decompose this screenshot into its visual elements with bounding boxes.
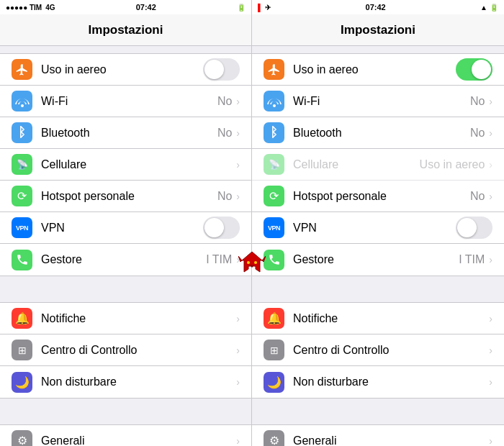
label-bluetooth-right: Bluetooth — [293, 127, 470, 140]
value-bluetooth-right: No — [470, 127, 485, 140]
chevron-general-left: › — [236, 435, 240, 447]
section-general-right: ⚙ Generali › AA Schermo e luminosità › 🖼… — [252, 424, 504, 446]
label-airplane-right: Uso in aereo — [293, 63, 456, 76]
label-control-right: Centro di Controllo — [293, 344, 487, 357]
row-gestore-right[interactable]: Gestore I TIM › — [252, 244, 504, 276]
row-vpn-left[interactable]: VPN VPN — [0, 212, 251, 244]
status-bar-left: ●●●●● TIM 4G 07:42 🔋 — [0, 0, 251, 14]
battery-icon-right: 🔋 — [490, 4, 498, 12]
chevron-notify-right: › — [489, 313, 492, 324]
settings-scroll-left[interactable]: Uso in aereo Wi-Fi No › ᛒ Bluetooth No › — [0, 46, 251, 446]
chevron-gestore-right: › — [489, 254, 492, 265]
hotspot-icon-left: ⟳ — [12, 186, 32, 206]
general-icon-left: ⚙ — [12, 430, 32, 446]
sep1-right — [252, 276, 504, 302]
row-cellular-left[interactable]: 📡 Cellulare › — [0, 149, 251, 181]
row-hotspot-left[interactable]: ⟳ Hotspot personale No › — [0, 181, 251, 212]
row-notify-left[interactable]: 🔔 Notifiche › — [0, 303, 251, 334]
label-notify-left: Notifiche — [41, 312, 235, 325]
sep2-right — [252, 399, 504, 424]
row-general-left[interactable]: ⚙ Generali › — [0, 425, 251, 446]
right-panel: ▌ ✈ 07:42 ▲ 🔋 Impostazioni Uso in aereo — [252, 0, 504, 446]
control-icon-right: ⊞ — [264, 340, 284, 360]
label-hotspot-left: Hotspot personale — [41, 190, 217, 203]
toggle-airplane-left[interactable] — [203, 58, 240, 81]
label-airplane-left: Uso in aereo — [41, 63, 203, 76]
notify-icon-left: 🔔 — [12, 308, 32, 329]
row-dnd-right[interactable]: 🌙 Non disturbare › — [252, 366, 504, 398]
label-cellular-right: Cellulare — [293, 158, 420, 171]
row-dnd-left[interactable]: 🌙 Non disturbare › — [0, 366, 251, 398]
cellular-icon-right: 📡 — [264, 154, 284, 175]
carrier-left: ●●●●● TIM — [6, 4, 42, 12]
control-icon-left: ⊞ — [12, 340, 32, 360]
cellular-icon-left: 📡 — [12, 154, 32, 175]
row-hotspot-right[interactable]: ⟳ Hotspot personale No › — [252, 181, 504, 212]
toggle-vpn-right[interactable] — [456, 217, 492, 239]
row-cellular-right[interactable]: 📡 Cellulare Uso in aereo › — [252, 149, 504, 181]
row-wifi-right[interactable]: Wi-Fi No › — [252, 86, 504, 117]
battery-icon-left: 🔋 — [237, 4, 246, 12]
svg-point-0 — [247, 261, 250, 264]
row-airplane-right[interactable]: Uso in aereo — [252, 54, 504, 86]
label-wifi-left: Wi-Fi — [41, 95, 217, 108]
label-control-left: Centro di Controllo — [41, 344, 235, 357]
dnd-icon-left: 🌙 — [12, 372, 32, 393]
value-cellular-right: Uso in aereo — [420, 158, 485, 171]
label-notify-right: Notifiche — [293, 312, 487, 325]
label-cellular-left: Cellulare — [41, 158, 235, 171]
status-left-right: ▌ ✈ — [258, 4, 271, 12]
row-notify-right[interactable]: 🔔 Notifiche › — [252, 303, 504, 334]
section-notifications-left: 🔔 Notifiche › ⊞ Centro di Controllo › 🌙 … — [0, 302, 251, 399]
settings-scroll-right[interactable]: Uso in aereo Wi-Fi No › ᛒ Bluetooth No › — [252, 46, 504, 446]
label-bluetooth-left: Bluetooth — [41, 127, 217, 140]
chevron-bluetooth-left: › — [236, 127, 240, 139]
bluetooth-icon-right: ᛒ — [264, 122, 284, 143]
nav-title-right: Impostazioni — [341, 23, 415, 37]
airplane-icon-right — [264, 59, 284, 80]
row-airplane-left[interactable]: Uso in aereo — [0, 54, 251, 86]
row-control-right[interactable]: ⊞ Centro di Controllo › — [252, 334, 504, 366]
row-wifi-left[interactable]: Wi-Fi No › — [0, 86, 251, 117]
chevron-hotspot-left: › — [236, 191, 240, 202]
label-general-right: Generali — [293, 434, 487, 447]
airplane-icon-left — [12, 59, 32, 80]
chevron-wifi-left: › — [236, 96, 240, 107]
value-wifi-left: No — [217, 95, 232, 108]
network-left: 4G — [45, 4, 55, 12]
bluetooth-icon-left: ᛒ — [12, 122, 32, 143]
value-hotspot-left: No — [217, 190, 232, 203]
row-control-left[interactable]: ⊞ Centro di Controllo › — [0, 334, 251, 366]
label-dnd-right: Non disturbare — [293, 376, 487, 388]
chevron-bluetooth-right: › — [489, 127, 492, 139]
viking-logo — [238, 250, 266, 280]
value-hotspot-right: No — [470, 190, 485, 203]
label-gestore-right: Gestore — [293, 253, 459, 266]
chevron-cellular-right: › — [489, 159, 492, 170]
row-general-right[interactable]: ⚙ Generali › — [252, 425, 504, 446]
row-vpn-right[interactable]: VPN VPN — [252, 212, 504, 244]
label-hotspot-right: Hotspot personale — [293, 190, 470, 203]
left-panel: ●●●●● TIM 4G 07:42 🔋 Impostazioni Uso in… — [0, 0, 252, 446]
chevron-control-right: › — [489, 345, 492, 356]
label-vpn-right: VPN — [293, 222, 456, 235]
value-wifi-right: No — [470, 95, 485, 108]
sep1-left — [0, 276, 251, 302]
row-gestore-left[interactable]: Gestore I TIM › — [0, 244, 251, 276]
label-vpn-left: VPN — [41, 222, 203, 235]
row-bluetooth-right[interactable]: ᛒ Bluetooth No › — [252, 117, 504, 149]
row-bluetooth-left[interactable]: ᛒ Bluetooth No › — [0, 117, 251, 149]
nav-bar-left: Impostazioni — [0, 14, 251, 46]
dnd-icon-right: 🌙 — [264, 372, 284, 393]
toggle-airplane-right[interactable] — [456, 58, 492, 81]
chevron-notify-left: › — [236, 313, 240, 324]
toggle-vpn-left[interactable] — [203, 217, 240, 239]
chevron-general-right: › — [489, 435, 492, 447]
phone-icon-right — [264, 250, 284, 270]
section-notifications-right: 🔔 Notifiche › ⊞ Centro di Controllo › 🌙 … — [252, 302, 504, 399]
wifi-icon-left — [12, 91, 32, 112]
value-gestore-right: I TIM — [459, 253, 485, 266]
general-icon-right: ⚙ — [264, 430, 284, 446]
value-bluetooth-left: No — [217, 127, 232, 140]
status-left: ●●●●● TIM 4G — [6, 4, 55, 12]
